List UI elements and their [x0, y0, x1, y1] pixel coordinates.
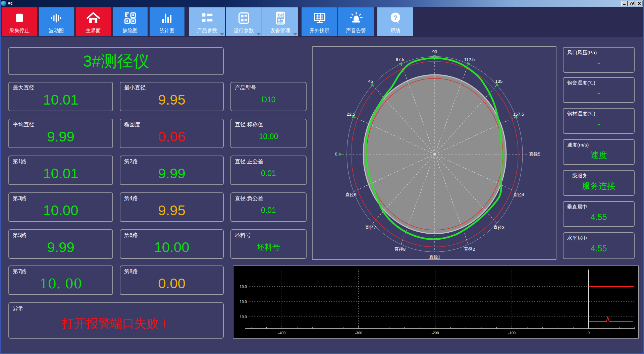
toolbar-button-label: 主界面 — [86, 27, 101, 34]
svg-text:0: 0 — [335, 152, 337, 157]
metric-card-max-diameter: 最大直径 10.01 — [8, 82, 113, 111]
restore-button[interactable] — [629, 1, 635, 6]
metric-card-path4: 第4路 9.95 — [120, 192, 224, 222]
svg-text:22.5: 22.5 — [346, 112, 355, 117]
metric-card-neg-tolerance: 直径.负公差 0.01 — [230, 192, 307, 222]
metric-label: 直径.标称值 — [231, 119, 306, 128]
metric-label: 最小直径 — [120, 82, 223, 92]
metric-label: 直径.正公差 — [231, 156, 306, 165]
app-logo-icon — [1, 1, 6, 6]
restore-icon — [630, 2, 634, 5]
metric-label: 第2路 — [120, 156, 223, 165]
toolbar-button-label: 采集停止 — [9, 27, 30, 34]
metric-label: 第1路 — [9, 156, 112, 165]
status-label: 速度(m/s) — [564, 140, 634, 148]
alarm-icon — [349, 11, 364, 25]
metric-label: 第7路 — [9, 266, 112, 275]
status-label: 二级服务 — [564, 171, 634, 179]
svg-text:90: 90 — [432, 49, 437, 54]
toolbar-button-label: 统计图 — [160, 27, 175, 34]
toolbar-button-stop-capture[interactable]: 采集停止 — [2, 7, 37, 36]
toolbar-button-external-screen[interactable]: 开外接屏 — [302, 7, 337, 36]
metric-value: 10.01 — [9, 165, 112, 184]
metric-value: 10.01 — [9, 92, 112, 111]
minimize-button[interactable] — [621, 1, 628, 6]
metric-card-path2: 第2路 9.99 — [120, 156, 224, 185]
status-label: 钢材温度(℃) — [564, 109, 634, 117]
polar-chart-canvas: 022.54567.590112.5135157.5直径5直径4直径3直径2直径… — [313, 47, 556, 259]
window-titlebar: ■c — [0, 0, 644, 7]
toolbar-button-statistics-chart[interactable]: 统计图 — [150, 7, 184, 36]
status-card-steel-temp: 钢材温度(℃) - — [563, 108, 635, 134]
svg-text:45: 45 — [368, 79, 373, 84]
metric-value: 0.00 — [120, 275, 223, 294]
toolbar-button-label: 设备管理 — [270, 27, 290, 34]
cross-section-polar-chart: 022.54567.590112.5135157.5直径5直径4直径3直径2直径… — [312, 46, 556, 260]
svg-text:直径4: 直径4 — [513, 192, 524, 197]
metric-card-path5: 第5路 9.99 — [8, 229, 113, 259]
metric-value: D10 — [231, 92, 306, 111]
toolbar-button-help[interactable]: ? 帮助 — [377, 7, 413, 36]
metric-card-ovality: 椭圆度 0.06 — [120, 119, 224, 148]
status-card-sleeve-temp: 铜套温度(℃) - — [563, 77, 635, 103]
metric-value: 0.01 — [231, 165, 306, 184]
metric-value: 10.00 — [9, 202, 112, 221]
toolbar-button-label: 产品参数 — [197, 27, 217, 34]
metric-card-nominal-diameter: 直径.标称值 10.00 — [230, 119, 307, 148]
metric-label: 第4路 — [120, 193, 223, 202]
status-card-service: 二级服务 服务连接 — [563, 170, 635, 196]
bar-chart-icon — [160, 11, 174, 25]
status-value: - — [564, 86, 634, 102]
metric-card-path6: 第6路 10.00 — [120, 229, 224, 259]
metric-card-billet-number: 坯料号 坯料号 — [230, 229, 307, 259]
svg-text:10.0: 10.0 — [240, 315, 247, 319]
toolbar-button-sound-alarm[interactable]: 声音告警 — [338, 7, 374, 36]
help-icon: ? — [388, 11, 403, 25]
toolbar-button-wave-chart[interactable]: 波动图 — [39, 7, 74, 36]
metric-value: 9.95 — [120, 202, 223, 221]
run-params-icon — [236, 11, 251, 25]
toolbar-button-defect-map[interactable]: 缺陷图 — [113, 7, 148, 36]
toolbar-button-run-params[interactable]: 运行参数 — [226, 7, 262, 36]
status-value: - — [564, 117, 634, 133]
status-label: 铜套温度(℃) — [564, 78, 634, 86]
toolbar-button-label: 运行参数 — [234, 27, 254, 34]
toolbar-button-label: 缺陷图 — [123, 27, 138, 34]
status-label: 垂直居中 — [564, 202, 634, 210]
home-icon — [86, 11, 101, 25]
diameter-trend-chart: 10.010.010.0-400-300-200-1000 — [233, 266, 639, 339]
toolbar-button-main-screen[interactable]: 主界面 — [76, 7, 111, 36]
svg-text:?: ? — [393, 14, 397, 21]
alarm-label: 异常 — [9, 303, 223, 312]
status-card-vertical-center: 垂直居中 4.55 — [563, 201, 635, 227]
toolbar-button-label: 波动图 — [49, 27, 64, 34]
status-label: 水平居中 — [564, 233, 634, 241]
svg-text:10.0: 10.0 — [240, 285, 247, 289]
toolbar-button-product-params[interactable]: 产品参数 — [189, 7, 225, 36]
metric-card-path3: 第3路 10.00 — [8, 192, 113, 222]
window-title: ■c — [8, 1, 13, 6]
metric-label: 椭圆度 — [120, 119, 223, 128]
metric-card-min-diameter: 最小直径 9.95 — [120, 82, 224, 111]
toolbar-button-label: 帮助 — [390, 27, 400, 34]
metric-value: 0.06 — [120, 128, 223, 148]
minimize-icon — [623, 2, 626, 5]
close-button[interactable] — [636, 1, 643, 6]
metric-label: 第5路 — [9, 230, 112, 239]
svg-text:-100: -100 — [508, 331, 516, 335]
metric-value: 9.95 — [120, 92, 223, 111]
svg-text:-400: -400 — [278, 331, 285, 335]
status-value: 4.55 — [564, 241, 634, 258]
svg-text:直径6: 直径6 — [345, 192, 356, 197]
svg-text:157.5: 157.5 — [513, 112, 524, 117]
status-value: 速度 — [564, 148, 634, 164]
metric-label: 第3路 — [9, 193, 112, 202]
stop-icon — [12, 11, 27, 25]
trend-chart-canvas: 10.010.010.0-400-300-200-1000 — [233, 266, 638, 338]
metric-label: 坯料号 — [231, 230, 306, 239]
status-value: 服务连接 — [564, 179, 634, 195]
status-card-wind-pressure: 风口风压(Pa) - — [563, 47, 635, 73]
metric-card-path7: 第7路 10. 00 — [8, 266, 113, 295]
alarm-card: 异常 打开报警端口失败！ — [8, 302, 224, 339]
toolbar-button-device-manage[interactable]: 设备管理 — [262, 7, 298, 36]
